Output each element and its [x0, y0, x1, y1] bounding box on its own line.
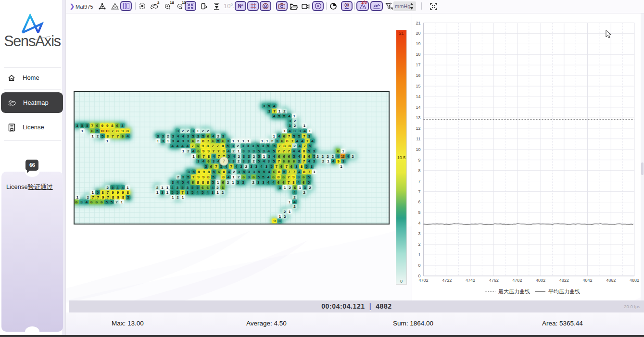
svg-text:3: 3	[237, 180, 240, 185]
svg-text:7: 7	[181, 190, 184, 195]
svg-text:5: 5	[258, 170, 260, 174]
svg-text:9: 9	[418, 158, 420, 162]
svg-text:4: 4	[171, 144, 174, 148]
svg-text:2: 2	[187, 149, 189, 153]
svg-text:8: 8	[116, 129, 119, 133]
svg-text:2: 2	[238, 159, 240, 163]
svg-text:9: 9	[292, 175, 295, 179]
svg-text:5: 5	[268, 104, 270, 108]
svg-text:1: 1	[289, 200, 291, 204]
svg-text:4: 4	[177, 180, 179, 185]
svg-text:7: 7	[213, 149, 215, 153]
svg-text:2: 2	[271, 139, 274, 143]
svg-text:4: 4	[296, 139, 299, 143]
svg-text:6: 6	[207, 134, 210, 138]
svg-text:3: 3	[248, 170, 250, 174]
svg-text:7: 7	[306, 139, 309, 143]
svg-text:3: 3	[252, 144, 254, 148]
svg-text:1: 1	[232, 180, 234, 185]
svg-text:7: 7	[285, 164, 288, 169]
svg-text:1: 1	[106, 139, 109, 143]
svg-text:2: 2	[232, 149, 235, 153]
svg-text:3: 3	[268, 109, 271, 113]
svg-text:4722: 4722	[442, 278, 452, 283]
svg-text:5: 5	[257, 144, 259, 148]
svg-text:6: 6	[278, 154, 280, 159]
svg-text:7: 7	[92, 195, 94, 200]
svg-text:6: 6	[206, 186, 209, 190]
svg-text:6: 6	[288, 159, 290, 163]
svg-text:20: 20	[416, 31, 420, 36]
svg-text:3: 3	[242, 149, 245, 153]
svg-text:5: 5	[305, 164, 308, 169]
svg-text:5: 5	[273, 149, 275, 153]
svg-text:3: 3	[253, 149, 255, 153]
svg-text:6: 6	[116, 124, 119, 128]
svg-text:5: 5	[182, 180, 184, 185]
svg-text:5: 5	[212, 180, 215, 185]
svg-text:5: 5	[213, 175, 215, 179]
svg-text:最大压力曲线: 最大压力曲线	[498, 288, 530, 294]
svg-text:6: 6	[282, 175, 285, 179]
svg-text:5: 5	[227, 144, 229, 148]
svg-text:1: 1	[167, 139, 169, 143]
svg-text:9: 9	[101, 124, 104, 128]
svg-text:0: 0	[418, 263, 420, 268]
svg-text:3: 3	[232, 159, 235, 163]
svg-text:3: 3	[299, 129, 301, 133]
svg-text:5: 5	[105, 200, 108, 204]
svg-text:4: 4	[293, 149, 295, 153]
svg-text:4: 4	[116, 186, 119, 190]
svg-text:3: 3	[243, 154, 245, 159]
svg-text:4: 4	[298, 154, 301, 159]
svg-text:6: 6	[281, 139, 284, 143]
svg-text:1: 1	[309, 129, 311, 133]
svg-text:4: 4	[301, 139, 303, 143]
svg-text:2: 2	[303, 190, 306, 195]
svg-text:11: 11	[416, 137, 420, 141]
svg-text:8: 8	[122, 195, 125, 200]
svg-text:4: 4	[273, 114, 276, 118]
svg-text:6: 6	[198, 154, 200, 159]
svg-text:3: 3	[248, 175, 250, 179]
svg-text:2: 2	[187, 129, 189, 133]
svg-text:3: 3	[265, 164, 268, 169]
svg-text:3: 3	[182, 139, 184, 143]
svg-text:7: 7	[288, 134, 290, 138]
svg-text:4: 4	[298, 180, 300, 185]
svg-text:6: 6	[101, 200, 103, 204]
svg-text:3: 3	[222, 134, 225, 138]
svg-text:2: 2	[182, 129, 184, 133]
svg-text:9: 9	[197, 175, 200, 179]
svg-text:7: 7	[278, 159, 280, 163]
svg-text:5: 5	[307, 175, 310, 179]
svg-text:4782: 4782	[512, 278, 522, 283]
svg-text:3: 3	[248, 159, 250, 163]
svg-text:4: 4	[197, 190, 199, 195]
svg-text:6: 6	[202, 186, 204, 190]
svg-text:9: 9	[112, 190, 114, 195]
svg-text:6: 6	[283, 159, 285, 163]
svg-text:3: 3	[293, 129, 296, 133]
svg-text:4: 4	[311, 139, 314, 143]
svg-text:7: 7	[112, 129, 114, 133]
svg-text:4: 4	[293, 200, 296, 204]
svg-text:9: 9	[337, 159, 340, 163]
svg-text:4: 4	[202, 159, 205, 163]
svg-text:2: 2	[238, 154, 240, 159]
svg-text:2: 2	[227, 180, 229, 185]
svg-text:2: 2	[97, 134, 99, 138]
svg-text:1: 1	[299, 186, 301, 190]
svg-text:5: 5	[187, 175, 189, 179]
svg-text:4: 4	[227, 175, 230, 179]
svg-text:8: 8	[222, 144, 224, 148]
svg-text:4: 4	[213, 154, 215, 159]
svg-text:4: 4	[263, 159, 265, 163]
svg-text:5: 5	[96, 129, 99, 133]
svg-text:3: 3	[121, 124, 124, 128]
svg-text:9: 9	[117, 190, 119, 195]
svg-text:1: 1	[266, 139, 268, 143]
svg-text:2: 2	[87, 195, 89, 200]
svg-text:10: 10	[416, 147, 420, 152]
svg-text:2: 2	[216, 186, 219, 190]
